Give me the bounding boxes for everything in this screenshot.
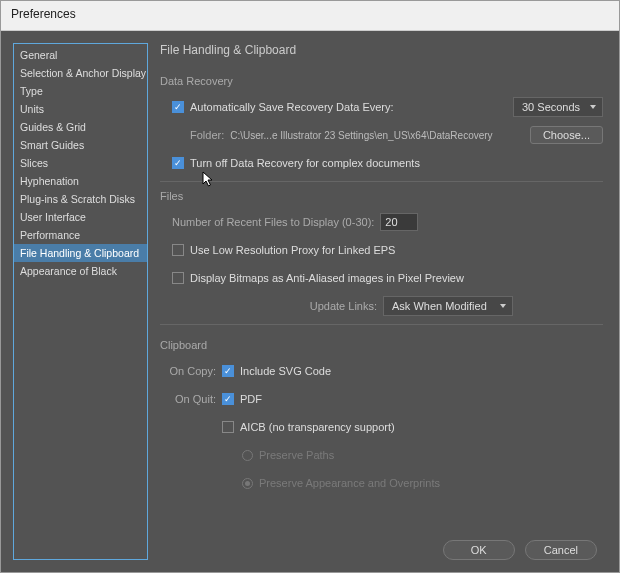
group-clipboard: Clipboard On Copy: Include SVG Code On Q… <box>160 339 603 493</box>
checkbox-aicb[interactable] <box>222 421 234 433</box>
sidebar-item-plugins[interactable]: Plug-ins & Scratch Disks <box>14 190 147 208</box>
group-label-data-recovery: Data Recovery <box>160 75 603 87</box>
window-title: Preferences <box>11 7 76 21</box>
label-folder: Folder: <box>190 129 224 141</box>
group-label-clipboard: Clipboard <box>160 339 603 351</box>
preferences-sidebar: General Selection & Anchor Display Type … <box>13 43 148 560</box>
sidebar-item-type[interactable]: Type <box>14 82 147 100</box>
checkbox-auto-save[interactable] <box>172 101 184 113</box>
window-body: General Selection & Anchor Display Type … <box>1 31 619 572</box>
checkbox-low-res-proxy[interactable] <box>172 244 184 256</box>
checkbox-include-svg[interactable] <box>222 365 234 377</box>
select-update-links[interactable]: Ask When Modified <box>383 296 513 316</box>
label-preserve-paths: Preserve Paths <box>259 449 334 461</box>
label-recent-files: Number of Recent Files to Display (0-30)… <box>172 216 374 228</box>
group-data-recovery: Data Recovery Automatically Save Recover… <box>160 75 603 173</box>
preferences-window: Preferences General Selection & Anchor D… <box>0 0 620 573</box>
group-label-files: Files <box>160 190 603 202</box>
select-recovery-interval[interactable]: 30 Seconds <box>513 97 603 117</box>
label-aicb: AICB (no transparency support) <box>240 421 395 433</box>
sidebar-item-general[interactable]: General <box>14 46 147 64</box>
radio-preserve-appearance[interactable] <box>242 478 253 489</box>
group-files: Files Number of Recent Files to Display … <box>160 190 603 316</box>
sidebar-item-units[interactable]: Units <box>14 100 147 118</box>
label-low-res-proxy: Use Low Resolution Proxy for Linked EPS <box>190 244 395 256</box>
sidebar-item-ui[interactable]: User Interface <box>14 208 147 226</box>
label-turn-off-complex: Turn off Data Recovery for complex docum… <box>190 157 420 169</box>
sidebar-item-appearance-black[interactable]: Appearance of Black <box>14 262 147 280</box>
sidebar-item-smart-guides[interactable]: Smart Guides <box>14 136 147 154</box>
input-recent-files[interactable] <box>380 213 418 231</box>
label-on-copy: On Copy: <box>166 365 216 377</box>
sidebar-item-hyphenation[interactable]: Hyphenation <box>14 172 147 190</box>
sidebar-item-slices[interactable]: Slices <box>14 154 147 172</box>
panel-title: File Handling & Clipboard <box>160 43 603 57</box>
sidebar-item-guides[interactable]: Guides & Grid <box>14 118 147 136</box>
window-titlebar: Preferences <box>1 1 619 31</box>
label-bitmaps-aa: Display Bitmaps as Anti-Aliased images i… <box>190 272 464 284</box>
choose-folder-button[interactable]: Choose... <box>530 126 603 144</box>
sidebar-item-selection[interactable]: Selection & Anchor Display <box>14 64 147 82</box>
divider-1 <box>160 181 603 182</box>
sidebar-item-file-handling[interactable]: File Handling & Clipboard <box>14 244 147 262</box>
label-include-svg: Include SVG Code <box>240 365 331 377</box>
label-pdf: PDF <box>240 393 262 405</box>
cancel-button[interactable]: Cancel <box>525 540 597 560</box>
label-update-links: Update Links: <box>310 300 377 312</box>
ok-button[interactable]: OK <box>443 540 515 560</box>
label-on-quit: On Quit: <box>166 393 216 405</box>
dialog-footer: OK Cancel <box>443 540 597 560</box>
label-auto-save: Automatically Save Recovery Data Every: <box>190 101 394 113</box>
sidebar-item-performance[interactable]: Performance <box>14 226 147 244</box>
checkbox-bitmaps-aa[interactable] <box>172 272 184 284</box>
checkbox-pdf[interactable] <box>222 393 234 405</box>
label-preserve-appearance: Preserve Appearance and Overprints <box>259 477 440 489</box>
radio-preserve-paths[interactable] <box>242 450 253 461</box>
checkbox-turn-off-complex[interactable] <box>172 157 184 169</box>
divider-2 <box>160 324 603 325</box>
main-panel: File Handling & Clipboard Data Recovery … <box>160 43 607 560</box>
folder-path: C:\User...e Illustrator 23 Settings\en_U… <box>230 130 492 141</box>
